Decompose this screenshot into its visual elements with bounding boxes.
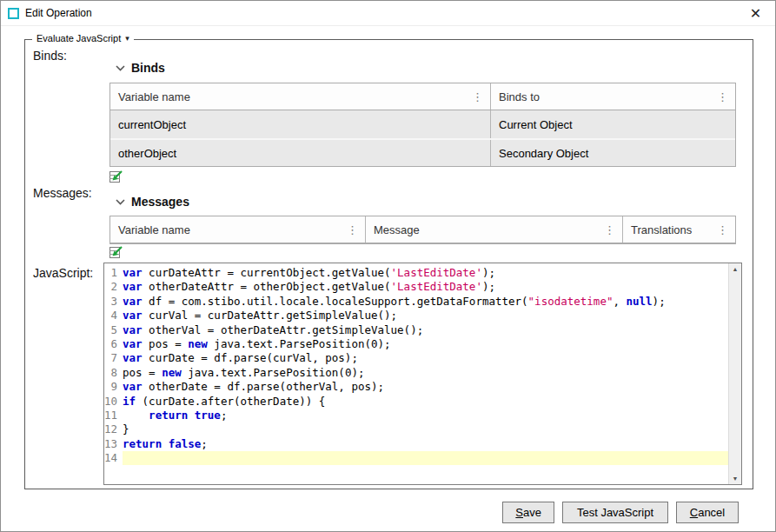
dropdown-arrow-icon: ▾	[125, 34, 129, 43]
collapse-icon[interactable]	[116, 65, 125, 71]
column-header-message[interactable]: Message ⋮	[366, 216, 623, 243]
column-header-binds-to[interactable]: Binds to ⋮	[491, 83, 735, 110]
binds-section-header[interactable]: Binds	[116, 61, 165, 75]
table-header-row: Variable name ⋮ Message ⋮ Translations ⋮	[110, 216, 735, 243]
code-line[interactable]: 4var curVal = curDateAttr.getSimpleValue…	[104, 309, 728, 323]
column-menu-icon[interactable]: ⋮	[470, 90, 485, 103]
cancel-button[interactable]: Cancel	[676, 502, 739, 523]
column-menu-icon[interactable]: ⋮	[715, 223, 730, 236]
scroll-down-icon[interactable]: ▼	[733, 473, 739, 484]
title-bar: Edit Operation ✕	[1, 1, 775, 26]
cell-variable-name[interactable]: currentObject	[110, 110, 491, 138]
line-number: 1	[104, 266, 123, 280]
column-header-variable-name[interactable]: Variable name ⋮	[110, 216, 366, 243]
code-line[interactable]: 1var curDateAttr = currentObject.getValu…	[104, 266, 728, 280]
code-line[interactable]: 11 return true;	[104, 409, 728, 422]
line-number: 14	[104, 451, 123, 465]
line-number: 11	[104, 409, 123, 422]
code-line[interactable]: 6var pos = new java.text.ParsePosition(0…	[104, 337, 728, 351]
test-javascript-button[interactable]: Test JavaScript	[562, 502, 668, 523]
line-number: 9	[104, 380, 123, 394]
save-button[interactable]: Save	[502, 502, 554, 523]
table-header-row: Variable name ⋮ Binds to ⋮	[110, 83, 735, 110]
table-row[interactable]: currentObject Current Object	[110, 110, 735, 138]
line-number: 6	[104, 337, 123, 351]
code-line[interactable]: 2var otherDateAttr = otherObject.getValu…	[104, 280, 728, 294]
code-line[interactable]: 3var df = com.stibo.util.locale.localeSu…	[104, 295, 728, 309]
line-number: 5	[104, 323, 123, 337]
add-row-icon[interactable]	[109, 244, 125, 260]
binds-table: Variable name ⋮ Binds to ⋮ currentObject…	[109, 83, 736, 167]
line-number: 12	[104, 422, 123, 436]
operation-type-label: Evaluate JavaScript	[36, 33, 121, 43]
line-number: 4	[104, 309, 123, 323]
code-line[interactable]: 9var otherDate = df.parse(otherVal, pos)…	[104, 380, 728, 394]
code-line[interactable]: 14	[104, 451, 728, 465]
cell-variable-name[interactable]: otherObject	[110, 140, 491, 166]
column-header-translations[interactable]: Translations ⋮	[623, 216, 735, 243]
binds-section-title: Binds	[131, 61, 165, 75]
cell-binds-to[interactable]: Current Object	[491, 110, 735, 138]
code-line[interactable]: 8pos = new java.text.ParsePosition(0);	[104, 366, 728, 380]
code-line[interactable]: 13return false;	[104, 437, 728, 451]
operation-type-dropdown[interactable]: Evaluate JavaScript ▾	[32, 33, 134, 43]
line-number: 7	[104, 351, 123, 365]
column-header-variable-name[interactable]: Variable name ⋮	[110, 83, 491, 110]
column-menu-icon[interactable]: ⋮	[715, 90, 730, 103]
add-row-icon[interactable]	[109, 169, 125, 184]
window-icon	[8, 8, 19, 19]
editor-scrollbar[interactable]: ▲ ▼	[728, 263, 741, 484]
table-row[interactable]: otherObject Secondary Object	[110, 138, 735, 166]
javascript-field-label: JavaScript:	[33, 266, 93, 280]
line-number: 8	[104, 366, 123, 380]
operation-group: Evaluate JavaScript ▾ Binds: Binds Varia…	[24, 39, 753, 489]
line-number: 2	[104, 280, 123, 294]
line-number: 10	[104, 395, 123, 409]
scroll-up-icon[interactable]: ▲	[733, 263, 739, 275]
messages-field-label: Messages:	[33, 186, 92, 200]
code-lines[interactable]: 1var curDateAttr = currentObject.getValu…	[104, 263, 728, 484]
javascript-editor[interactable]: 1var curDateAttr = currentObject.getValu…	[103, 263, 742, 485]
window-title: Edit Operation	[25, 7, 92, 19]
column-menu-icon[interactable]: ⋮	[602, 223, 617, 236]
code-line[interactable]: 10if (curDate.after(otherDate)) {	[104, 395, 728, 409]
messages-section-title: Messages	[131, 195, 189, 209]
binds-field-label: Binds:	[33, 49, 67, 63]
code-line[interactable]: 5var otherVal = otherDateAttr.getSimpleV…	[104, 323, 728, 337]
close-button[interactable]: ✕	[736, 1, 775, 25]
close-icon: ✕	[750, 5, 761, 22]
line-number: 3	[104, 295, 123, 309]
code-line[interactable]: 7var curDate = df.parse(curVal, pos);	[104, 351, 728, 365]
column-menu-icon[interactable]: ⋮	[345, 223, 360, 236]
dialog-button-bar: Save Test JavaScript Cancel	[502, 502, 739, 523]
cell-binds-to[interactable]: Secondary Object	[491, 140, 735, 166]
collapse-icon[interactable]	[116, 199, 125, 205]
line-number: 13	[104, 437, 123, 451]
code-line[interactable]: 12}	[104, 422, 728, 436]
messages-section-header[interactable]: Messages	[116, 195, 189, 209]
messages-table: Variable name ⋮ Message ⋮ Translations ⋮	[109, 216, 736, 244]
